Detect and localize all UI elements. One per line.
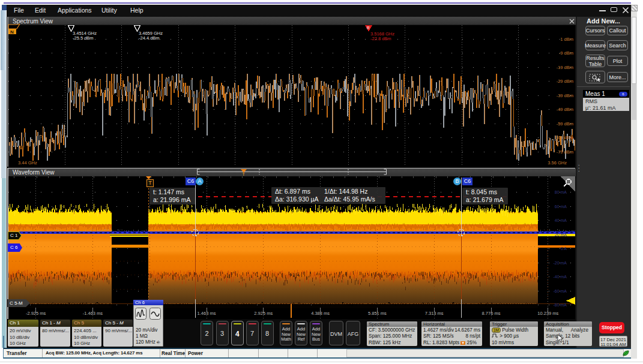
svg-text:-29 dBm: -29 dBm: [557, 79, 573, 84]
svg-text:3.44 GHz: 3.44 GHz: [18, 160, 37, 166]
svg-text:-69 dBm: -69 dBm: [557, 135, 573, 140]
svg-text:5.851 ms: 5.851 ms: [368, 311, 387, 316]
svg-text:-59 dBm: -59 dBm: [557, 121, 573, 127]
svg-text:-2.925 ms: -2.925 ms: [26, 311, 46, 316]
svg-text:8.776 ms: 8.776 ms: [482, 311, 501, 316]
svg-text:-20 mA: -20 mA: [553, 261, 567, 265]
svg-text:1 dBm: 1 dBm: [560, 37, 573, 42]
svg-text:4.388 ms: 4.388 ms: [311, 311, 330, 316]
svg-text:20 mA: 20 mA: [555, 233, 567, 237]
svg-text:N: N: [10, 29, 14, 35]
svg-text:60 mA: 60 mA: [555, 204, 567, 209]
svg-text:-40 mA: -40 mA: [553, 275, 567, 279]
svg-text:-60 mA: -60 mA: [553, 289, 567, 293]
svg-text:2.925 ms: 2.925 ms: [254, 311, 273, 316]
svg-text:-1.463 ms: -1.463 ms: [83, 311, 103, 316]
svg-text:7.313 ms: 7.313 ms: [425, 311, 444, 316]
svg-text:-22.8 dBm: -22.8 dBm: [370, 36, 391, 41]
svg-text:R: R: [367, 26, 370, 30]
svg-text:-25.5 dBm: -25.5 dBm: [73, 35, 94, 41]
svg-text:-49 dBm: -49 dBm: [557, 107, 573, 112]
svg-text:3.56 GHz: 3.56 GHz: [548, 160, 567, 166]
svg-text:0 A: 0 A: [561, 246, 567, 251]
svg-text:80 mA: 80 mA: [555, 190, 567, 194]
svg-text:-39 dBm: -39 dBm: [557, 93, 573, 98]
svg-text:-24.4 dBm: -24.4 dBm: [139, 35, 160, 41]
svg-text:T: T: [243, 172, 246, 176]
svg-text:10.239 ms: 10.239 ms: [537, 311, 558, 316]
svg-text:40 mA: 40 mA: [555, 218, 567, 222]
svg-text:-9 dBm: -9 dBm: [559, 50, 573, 56]
svg-text:-80 mA: -80 mA: [553, 303, 567, 307]
svg-text:1.463 ms: 1.463 ms: [198, 311, 216, 316]
svg-text:-19 dBm: -19 dBm: [557, 65, 573, 70]
svg-text:-79 dBm: -79 dBm: [557, 149, 573, 155]
